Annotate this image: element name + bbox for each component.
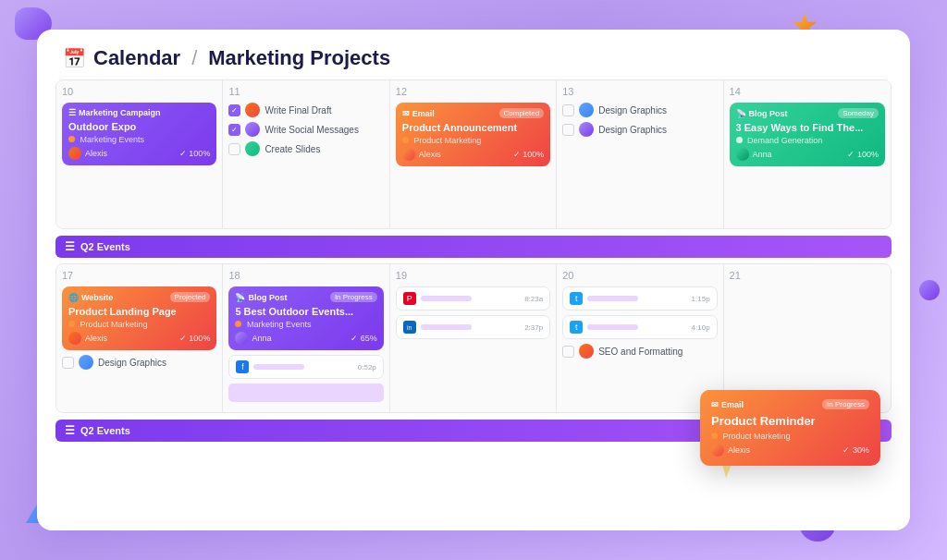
blog-title: 3 Easy Ways to Find The... (736, 121, 879, 134)
blog2-badge: In Progress (330, 292, 377, 302)
website-sub: Product Marketing (68, 320, 210, 329)
check-item-3: Create Slides (228, 141, 383, 156)
sm-time: 8:23a (524, 295, 543, 303)
popup-footer: Alexis ✓ 30% (711, 444, 869, 457)
avatar (402, 148, 415, 161)
day-num-18: 18 (228, 270, 383, 281)
avatar-row: Anna (736, 148, 772, 161)
card-marketing-campaign[interactable]: ☰ Marketing Campaign Outdoor Expo Market… (62, 103, 216, 165)
avatar (235, 332, 248, 345)
day-col-18: 18 📡 Blog Post In Progress 5 Best Outdoo… (223, 264, 389, 412)
task-avatar-1 (245, 103, 260, 117)
popup-card[interactable]: ✉ Email In Progress Product Reminder Pro… (700, 390, 880, 466)
sm-bar (253, 364, 304, 370)
card-type-label: ☰ Marketing Campaign (68, 108, 161, 117)
avatar-row: Alexis (68, 147, 107, 160)
calendar-label: Calendar (93, 46, 180, 70)
sm-time: 0:52p (358, 363, 376, 371)
pinterest-icon: P (403, 292, 416, 305)
q2-icon-2: ☰ (65, 424, 75, 437)
sm-bar (587, 296, 638, 301)
task-avatar-4 (579, 103, 594, 117)
card-website[interactable]: 🌐 Website Projected Product Landing Page… (62, 286, 216, 350)
card-type-email: ✉ Email (402, 109, 435, 118)
sm-card-twitter1: t 1:15p (562, 286, 717, 310)
checkbox-2[interactable]: ✓ (228, 124, 240, 136)
popup-card-type: ✉ Email (711, 400, 744, 409)
day-col-19: 19 P 8:23a in 2:37p (390, 264, 557, 412)
day-num-19: 19 (396, 270, 550, 281)
project-label: Marketing Projects (208, 46, 390, 70)
avatar-row: Anna (235, 332, 271, 345)
campaign-icon: ☰ (68, 108, 76, 117)
avatar (736, 148, 749, 161)
check-item-2: ✓ Write Social Messages (228, 122, 383, 137)
day-col-12: 12 ✉ Email Completed Product Announcemen… (390, 80, 557, 228)
linkedin-icon: in (403, 321, 416, 334)
sm-card-left: t (570, 292, 638, 305)
day-num-14: 14 (730, 86, 885, 97)
day-num-13: 13 (562, 86, 717, 97)
header: 📅 Calendar / Marketing Projects (37, 30, 910, 79)
task-avatar-7 (579, 344, 594, 359)
card-type-blog2: 📡 Blog Post (235, 293, 287, 302)
avatar (68, 147, 81, 160)
day-num-21: 21 (730, 270, 885, 281)
dot-icon (235, 321, 241, 327)
task-row-2: Design Graphics (562, 122, 717, 137)
calendar-icon: 📅 (63, 47, 86, 69)
card-badge: Completed (499, 108, 545, 118)
blog-badge: Someday (838, 108, 879, 118)
task-row-1: Design Graphics (562, 103, 717, 117)
checkbox-7[interactable] (562, 346, 574, 358)
week1-section: 10 ☰ Marketing Campaign Outdoor Expo Mar… (37, 79, 910, 258)
card-blog-post-2[interactable]: 📡 Blog Post In Progress 5 Best Outdoor E… (228, 286, 383, 350)
progress-label: ✓ 65% (351, 334, 377, 343)
card-footer: Anna ✓ 100% (736, 148, 879, 161)
task-row-3: Design Graphics (62, 355, 216, 370)
blog2-sub: Marketing Events (235, 320, 376, 329)
sm-bar (421, 296, 472, 301)
avatar (68, 332, 81, 345)
progress-label: ✓ 100% (847, 150, 879, 159)
day-num-20: 20 (562, 270, 717, 281)
twitter-icon-1: t (570, 292, 583, 305)
dot-icon (68, 136, 75, 142)
blog2-title: 5 Best Outdoor Events... (235, 305, 376, 318)
blog-icon: 📡 (736, 109, 746, 118)
progress-label: ✓ 30% (842, 445, 869, 455)
sm-card-linkedin: in 2:37p (396, 315, 550, 339)
checkbox-5[interactable] (562, 124, 574, 136)
card-email-announcement[interactable]: ✉ Email Completed Product Announcement P… (396, 103, 550, 166)
sm-card-left: in (403, 321, 472, 334)
sm-card-left: t (570, 321, 638, 334)
sm-bar (587, 324, 638, 330)
day-col-20: 20 t 1:15p t 4:10p (557, 264, 723, 412)
sm-card-left: P (403, 292, 472, 305)
checkbox-6[interactable] (62, 357, 74, 369)
avatar-row: Alexis (711, 444, 750, 457)
day-num-10: 10 (62, 86, 216, 97)
decorative-blob-5 (919, 280, 940, 300)
task-avatar-2 (245, 122, 260, 137)
main-window: 📅 Calendar / Marketing Projects 10 ☰ Mar… (37, 30, 910, 530)
checkbox-1[interactable]: ✓ (228, 104, 240, 116)
dot-icon (402, 137, 409, 143)
progress-label: ✓ 100% (179, 149, 211, 158)
q2-icon: ☰ (65, 240, 75, 253)
blog-sub: Demand Generation (736, 136, 879, 145)
progress-label: ✓ 100% (513, 150, 545, 159)
announcement-sub: Product Marketing (402, 136, 544, 145)
checkbox-4[interactable] (562, 104, 574, 116)
checkbox-3[interactable] (228, 143, 240, 155)
avatar-row: Alexis (68, 332, 107, 345)
sm-card-left: f (236, 360, 304, 373)
day-col-17: 17 🌐 Website Projected Product Landing P… (56, 264, 223, 412)
q2-banner-1: ☰ Q2 Events (55, 236, 892, 258)
card-blog-post[interactable]: 📡 Blog Post Someday 3 Easy Ways to Find … (730, 103, 885, 166)
task-row-4: SEO and Formatting (562, 344, 717, 359)
check-item-1: ✓ Write Final Draft (228, 103, 383, 117)
avatar (711, 444, 724, 457)
task-avatar-6 (79, 355, 93, 370)
website-badge: Projected (170, 292, 211, 302)
